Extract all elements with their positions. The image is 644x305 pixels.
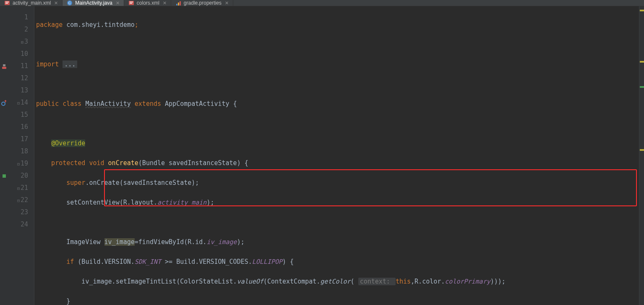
code-line: } [36, 295, 639, 305]
svg-rect-2 [5, 3, 8, 4]
code-line [36, 216, 639, 229]
code-line: super.onCreate(savedInstanceState); [36, 177, 639, 189]
line-number: ⊞3 [8, 36, 34, 48]
code-area[interactable]: package com.sheyi.tintdemo; import ... p… [34, 6, 639, 305]
code-line: protected void onCreate(Bundle savedInst… [36, 157, 639, 169]
code-line: setContentView(R.layout.activity_main); [36, 197, 639, 209]
tab-label: gradle.properties [184, 0, 222, 6]
fold-end-icon[interactable]: ⊟ [16, 182, 21, 195]
line-number: 11 [8, 60, 34, 72]
line-number: ⊟21 [8, 182, 34, 194]
line-number-gutter[interactable]: 1 2 ⊞3 10 11 12 13 ⊟14 15 16 17 18 ⊟19 2… [8, 6, 34, 305]
overview-ruler[interactable] [639, 6, 644, 305]
svg-rect-14 [3, 174, 6, 178]
close-icon[interactable]: ✕ [225, 0, 229, 6]
line-number: 16 [8, 121, 34, 133]
code-line [36, 78, 639, 90]
tab-label: colors.xml [137, 0, 159, 6]
tab-label: MainActivity.java [75, 0, 112, 6]
tab-activity-main-xml[interactable]: activity_main.xml ✕ [0, 0, 63, 6]
code-line [36, 39, 639, 51]
code-editor[interactable]: 1 2 ⊞3 10 11 12 13 ⊟14 15 16 17 18 ⊟19 2… [0, 6, 644, 305]
editor-tab-bar: activity_main.xml ✕ C MainActivity.java … [0, 0, 644, 6]
code-line: package com.sheyi.tintdemo; [36, 19, 639, 31]
fold-collapse-icon[interactable]: ⊟ [16, 158, 21, 170]
breakpoint-marker[interactable] [0, 170, 8, 182]
line-number: 23 [8, 206, 34, 218]
line-number: 12 [8, 72, 34, 84]
warning-marker[interactable] [640, 10, 644, 11]
line-number: 2 [8, 24, 34, 36]
line-number: 20 [8, 170, 34, 182]
svg-rect-9 [178, 3, 179, 5]
svg-rect-7 [130, 3, 132, 4]
line-number: ⊟19 [8, 158, 34, 170]
warning-marker[interactable] [640, 61, 644, 63]
override-up-icon[interactable] [0, 97, 8, 109]
line-number: 1 [8, 11, 34, 24]
line-number: 24 [8, 218, 34, 231]
inlay-hint: context: [358, 278, 396, 285]
line-number: 15 [8, 109, 34, 121]
warning-marker[interactable] [640, 149, 644, 151]
code-line: import ... [36, 58, 639, 71]
svg-rect-1 [5, 2, 9, 3]
gradle-file-icon [175, 0, 181, 6]
svg-rect-6 [130, 2, 133, 3]
fold-expand-icon[interactable]: ⊞ [20, 36, 24, 48]
close-icon[interactable]: ✕ [116, 0, 120, 6]
line-number: 18 [8, 145, 34, 158]
fold-collapse-icon[interactable]: ⊟ [16, 97, 21, 109]
svg-rect-12 [3, 64, 5, 66]
ide-window: activity_main.xml ✕ C MainActivity.java … [0, 0, 644, 305]
code-line: iv_image.setImageTintList(ColorStateList… [36, 276, 639, 288]
xml-file-icon [128, 0, 134, 6]
tab-label: activity_main.xml [13, 0, 51, 6]
tab-main-activity-java[interactable]: C MainActivity.java ✕ [63, 0, 124, 6]
gutter-glyphs [0, 6, 8, 305]
line-number: 10 [8, 48, 34, 60]
code-line: if (Build.VERSION.SDK_INT >= Build.VERSI… [36, 256, 639, 268]
tab-gradle-properties[interactable]: gradle.properties ✕ [171, 0, 233, 6]
code-line: public class MainActivity extends AppCom… [36, 98, 639, 110]
line-number: 13 [8, 84, 34, 97]
ok-marker[interactable] [640, 86, 644, 88]
code-line: @Override [36, 137, 639, 150]
svg-point-13 [2, 102, 5, 105]
code-line: ImageView iv_image=findViewById(R.id.iv_… [36, 236, 639, 248]
svg-rect-8 [176, 4, 177, 5]
close-icon[interactable]: ✕ [54, 0, 58, 6]
code-line [36, 118, 639, 130]
line-number: ⊟22 [8, 194, 34, 206]
java-class-icon: C [67, 0, 73, 6]
line-number: 17 [8, 133, 34, 145]
line-number: ⊟14 [8, 97, 34, 109]
svg-rect-10 [180, 1, 181, 5]
svg-text:C: C [68, 1, 71, 5]
tab-colors-xml[interactable]: colors.xml ✕ [124, 0, 171, 6]
svg-rect-11 [2, 67, 6, 69]
implements-icon[interactable] [0, 60, 8, 72]
xml-file-icon [4, 0, 10, 6]
close-icon[interactable]: ✕ [163, 0, 167, 6]
fold-end-icon[interactable]: ⊟ [16, 195, 21, 207]
